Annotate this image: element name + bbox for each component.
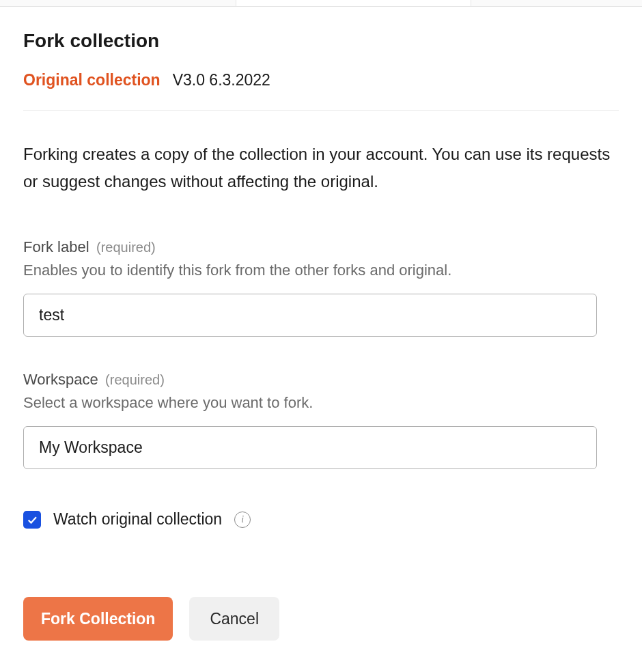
watch-original-row: Watch original collection i: [23, 510, 619, 529]
fork-collection-panel: Fork collection Original collection V3.0…: [0, 7, 642, 641]
workspace-help: Select a workspace where you want to for…: [23, 391, 619, 414]
check-icon: [26, 514, 38, 526]
cancel-button[interactable]: Cancel: [189, 597, 279, 641]
workspace-select-value: My Workspace: [39, 438, 143, 457]
workspace-title: Workspace: [23, 371, 98, 388]
fork-collection-button[interactable]: Fork Collection: [23, 597, 173, 641]
original-collection-row: Original collection V3.0 6.3.2022: [23, 71, 619, 111]
workspace-select[interactable]: My Workspace: [23, 426, 597, 469]
original-collection-version: V3.0 6.3.2022: [173, 71, 270, 89]
original-collection-label: Original collection: [23, 71, 160, 89]
watch-original-label: Watch original collection: [53, 510, 222, 529]
action-button-row: Fork Collection Cancel: [23, 597, 619, 641]
fork-label-title: Fork label: [23, 238, 89, 255]
fork-label-help: Enables you to identify this fork from t…: [23, 259, 619, 281]
watch-original-checkbox[interactable]: [23, 511, 41, 529]
fork-description: Forking creates a copy of the collection…: [23, 141, 619, 195]
page-title: Fork collection: [23, 30, 619, 52]
fork-label-required: (required): [96, 240, 156, 255]
workspace-required: (required): [105, 372, 165, 387]
info-icon[interactable]: i: [234, 512, 251, 528]
workspace-field-group: Workspace (required) Select a workspace …: [23, 371, 619, 469]
tab-strip: [0, 0, 642, 7]
fork-label-input[interactable]: [23, 294, 597, 337]
fork-label-field-group: Fork label (required) Enables you to ide…: [23, 238, 619, 337]
